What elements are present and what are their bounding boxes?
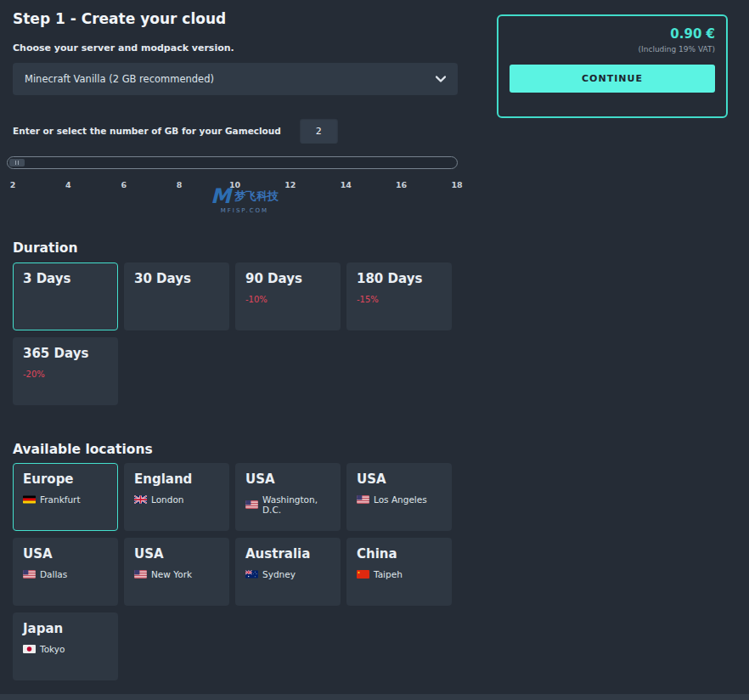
usa-flag-icon <box>134 570 147 579</box>
slider-tick: 12 <box>284 176 296 189</box>
location-city: London <box>151 494 184 505</box>
page-subtitle: Choose your server and modpack version. <box>13 42 234 54</box>
server-version-select[interactable]: Minecraft Vanilla (2 GB recommended) <box>13 63 458 95</box>
duration-discount: -20% <box>23 370 108 379</box>
slider-tick: 10 <box>229 176 240 189</box>
location-city: Washington, D.C. <box>262 494 330 515</box>
location-option-usa-washington[interactable]: USA Washington, D.C. <box>235 463 341 531</box>
australia-flag-icon <box>245 570 258 579</box>
slider-tick: 4 <box>65 176 71 189</box>
gb-label: Enter or select the number of GB for you… <box>13 126 281 136</box>
duration-option-label: 3 Days <box>23 271 108 286</box>
location-country: Japan <box>23 621 108 636</box>
locations-heading: Available locations <box>13 442 153 457</box>
slider-grip-icon <box>18 161 19 165</box>
location-options-grid: Europe Frankfurt England London USA <box>13 463 463 680</box>
chevron-down-icon <box>436 76 446 82</box>
duration-option-label: 90 Days <box>245 271 330 286</box>
location-option-usa-los-angeles[interactable]: USA Los Angeles <box>346 463 452 531</box>
continue-button[interactable]: CONTINUE <box>510 65 715 93</box>
location-option-japan-tokyo[interactable]: Japan Tokyo <box>13 612 118 680</box>
duration-discount: -10% <box>245 295 330 304</box>
usa-flag-icon <box>245 500 258 509</box>
gb-amount-input[interactable] <box>300 118 338 144</box>
location-option-china-taipeh[interactable]: China Taipeh <box>346 538 452 606</box>
duration-heading: Duration <box>13 240 77 256</box>
duration-option-3-days[interactable]: 3 Days <box>13 262 118 330</box>
location-option-australia-sydney[interactable]: Australia Sydney <box>235 538 341 606</box>
location-city: New York <box>151 569 192 579</box>
location-country: USA <box>23 546 108 562</box>
slider-tick: 8 <box>177 176 183 189</box>
price-amount: 0.90 € <box>510 26 715 42</box>
location-city: Tokyo <box>40 644 65 654</box>
gb-selector-row: Enter or select the number of GB for you… <box>13 118 338 144</box>
location-country: Australia <box>245 546 330 562</box>
duration-option-label: 30 Days <box>134 271 219 286</box>
gamecloud-order-page: Step 1 - Create your cloud Choose your s… <box>0 0 749 700</box>
location-country: USA <box>357 471 442 487</box>
location-city: Sydney <box>262 569 296 579</box>
location-country: China <box>357 546 442 562</box>
location-city: Taipeh <box>374 569 403 579</box>
usa-flag-icon <box>357 495 369 504</box>
page-title: Step 1 - Create your cloud <box>13 10 226 27</box>
location-city: Los Angeles <box>374 494 427 505</box>
location-country: England <box>134 471 219 487</box>
location-option-usa-new-york[interactable]: USA New York <box>124 538 229 606</box>
gb-slider-track[interactable] <box>7 156 458 169</box>
duration-option-365-days[interactable]: 365 Days -20% <box>13 337 118 405</box>
duration-discount: -15% <box>357 295 442 304</box>
duration-option-label: 180 Days <box>357 271 442 286</box>
japan-flag-icon <box>23 645 36 653</box>
slider-grip-icon <box>15 161 16 165</box>
slider-tick: 2 <box>10 176 16 189</box>
vat-note: (Including 19% VAT) <box>510 45 715 54</box>
location-country: USA <box>134 546 219 562</box>
duration-option-30-days[interactable]: 30 Days <box>124 262 229 330</box>
gb-slider-handle[interactable] <box>9 159 25 167</box>
usa-flag-icon <box>23 570 36 579</box>
gb-slider-scale: 2 4 6 8 10 12 14 16 18 <box>13 176 457 205</box>
location-country: USA <box>245 471 330 487</box>
location-city: Frankfurt <box>40 494 81 505</box>
location-option-england-london[interactable]: England London <box>124 463 229 531</box>
duration-option-90-days[interactable]: 90 Days -10% <box>235 262 341 330</box>
watermark-domain: MFISP.COM <box>211 207 279 214</box>
location-option-europe-frankfurt[interactable]: Europe Frankfurt <box>13 463 118 531</box>
duration-options-grid: 3 Days 30 Days 90 Days -10% 180 Days -15… <box>13 262 463 405</box>
duration-option-180-days[interactable]: 180 Days -15% <box>346 262 452 330</box>
duration-option-label: 365 Days <box>23 346 108 361</box>
order-summary-box: 0.90 € (Including 19% VAT) CONTINUE <box>497 14 728 118</box>
location-option-usa-dallas[interactable]: USA Dallas <box>13 538 118 606</box>
server-version-selected-value: Minecraft Vanilla (2 GB recommended) <box>25 73 214 85</box>
slider-tick: 16 <box>396 176 407 189</box>
china-flag-icon <box>357 570 369 579</box>
uk-flag-icon <box>134 495 147 504</box>
location-city: Dallas <box>40 569 67 579</box>
germany-flag-icon <box>23 495 36 504</box>
slider-tick: 6 <box>121 176 127 189</box>
location-country: Europe <box>23 471 108 487</box>
slider-tick: 18 <box>451 176 462 189</box>
page-bottom-strip <box>0 694 749 700</box>
slider-tick: 14 <box>341 176 352 189</box>
